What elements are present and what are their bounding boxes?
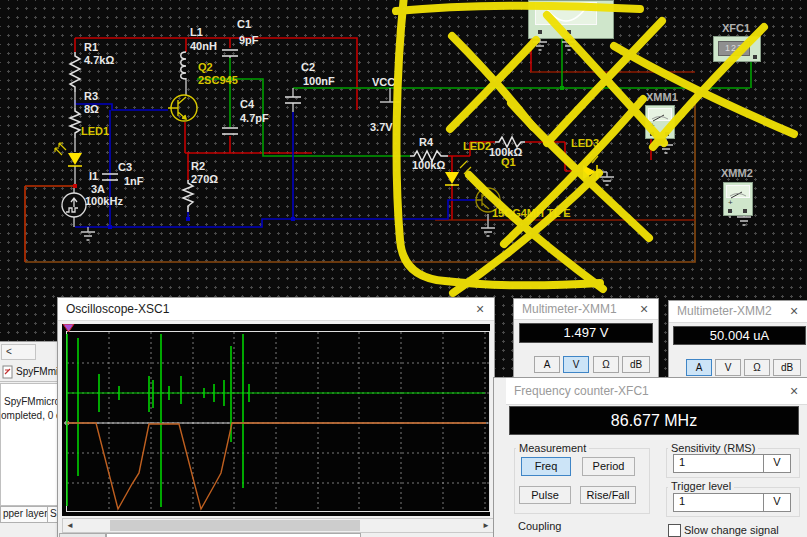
multimeter2-reading: 50.004 uA: [673, 326, 806, 345]
sensitivity-group-label: Sensitivity (RMS): [668, 442, 758, 454]
slow-change-checkbox[interactable]: [668, 524, 681, 537]
multimeter2-title: Multimeter-XMM2: [677, 304, 772, 318]
sidebar-tab-spyfmmicro[interactable]: SpyFMmi: [0, 362, 57, 382]
slow-change-label: Slow change signal: [684, 524, 779, 536]
trigger-group-label: Trigger level: [668, 480, 734, 492]
close-icon[interactable]: ×: [785, 382, 803, 400]
oscilloscope-scrollbar[interactable]: ◄ ►: [62, 518, 494, 533]
sensitivity-unit-select[interactable]: V: [763, 455, 790, 472]
frequency-counter-reading: 86.677 MHz: [509, 406, 799, 435]
tab-copper-layers[interactable]: pper layers: [0, 506, 50, 523]
close-icon[interactable]: ×: [635, 300, 653, 318]
multimeter1-reading: 1.497 V: [519, 323, 653, 343]
trigger-value[interactable]: 1: [674, 494, 763, 511]
multimeter2-button-a[interactable]: A: [686, 359, 712, 376]
scrollbar-right-arrow[interactable]: ►: [479, 519, 493, 532]
scrollbar-left-arrow[interactable]: ◄: [63, 519, 77, 532]
multimeter1-window: Multimeter-XMM1 × 1.497 V A V Ω dB: [513, 298, 659, 379]
scope-readout-panel: [106, 533, 361, 537]
freq-button[interactable]: Freq: [521, 457, 571, 476]
pulse-button[interactable]: Pulse: [519, 486, 571, 504]
coupling-group-label: Coupling: [515, 520, 564, 532]
multimeter1-button-a[interactable]: A: [534, 356, 560, 373]
trigger-field[interactable]: 1 V: [673, 493, 791, 512]
measurement-group-label: Measurement: [516, 442, 589, 454]
frequency-counter-title: Frequency counter-XFC1: [514, 384, 649, 398]
sidebar-tab-label: SpyFMmi: [16, 366, 58, 377]
trigger-unit-select[interactable]: V: [763, 494, 790, 511]
design-toolbox-panel: < SpyFMmi SpyFMmicro ompleted, 0 e pper …: [0, 341, 58, 537]
multimeter2-button-v[interactable]: V: [715, 359, 741, 376]
multimeter2-button-db[interactable]: dB: [773, 359, 801, 376]
scrollbar-thumb[interactable]: [110, 520, 360, 531]
multimeter1-button-v[interactable]: V: [563, 356, 589, 373]
scope-readout-corner: [59, 533, 106, 537]
oscilloscope-display: [62, 324, 490, 516]
multisim-workspace: 123 + − + − R14.7kΩR38ΩLED1I13A100kHzC31…: [0, 0, 807, 537]
results-line2: ompleted, 0 e: [1, 410, 58, 421]
multimeter1-title: Multimeter-XMM1: [522, 302, 617, 316]
oscilloscope-window: Oscilloscope-XSC1 × ◄ ►: [57, 297, 495, 537]
multimeter1-button-ohm[interactable]: Ω: [593, 356, 619, 373]
document-icon: [2, 365, 14, 379]
rise-fall-button[interactable]: Rise/Fall: [580, 486, 636, 504]
multimeter2-window: Multimeter-XMM2 × 50.004 uA A V Ω dB: [668, 300, 807, 380]
multimeter2-titlebar[interactable]: Multimeter-XMM2 ×: [669, 301, 807, 323]
period-button[interactable]: Period: [582, 457, 635, 476]
frequency-counter-titlebar[interactable]: Frequency counter-XFC1 ×: [506, 378, 807, 405]
multimeter1-button-db[interactable]: dB: [622, 356, 650, 373]
close-icon[interactable]: ×: [785, 302, 803, 320]
results-panel: SpyFMmicro ompleted, 0 e: [0, 383, 58, 506]
multimeter2-button-ohm[interactable]: Ω: [744, 359, 770, 376]
frequency-counter-window: Frequency counter-XFC1 × 86.677 MHz Meas…: [493, 377, 807, 537]
multimeter1-titlebar[interactable]: Multimeter-XMM1 ×: [514, 299, 658, 320]
oscilloscope-titlebar[interactable]: Oscilloscope-XSC1 ×: [58, 298, 494, 321]
sidebar-scroll-left[interactable]: <: [1, 344, 36, 360]
sensitivity-value[interactable]: 1: [674, 455, 763, 472]
oscilloscope-title: Oscilloscope-XSC1: [66, 302, 169, 316]
close-icon[interactable]: ×: [471, 300, 489, 318]
results-line1: SpyFMmicro: [4, 396, 58, 407]
sensitivity-field[interactable]: 1 V: [673, 454, 791, 473]
